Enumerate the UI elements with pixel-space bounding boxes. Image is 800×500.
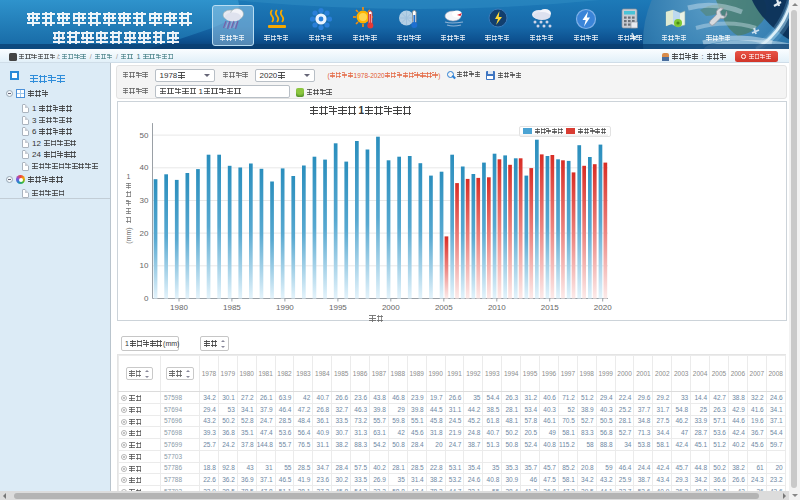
- svg-text:30: 30: [140, 196, 149, 205]
- svg-text:1985: 1985: [223, 302, 241, 311]
- svg-text:1990: 1990: [276, 302, 294, 311]
- svg-text:2005: 2005: [435, 302, 453, 311]
- svg-text:40: 40: [140, 163, 149, 172]
- svg-text:2020: 2020: [594, 302, 612, 311]
- svg-text:1980: 1980: [170, 302, 188, 311]
- svg-text:50: 50: [140, 130, 149, 139]
- svg-text:2010: 2010: [488, 302, 506, 311]
- svg-text:0: 0: [144, 294, 149, 303]
- svg-text:10: 10: [140, 261, 149, 270]
- svg-text:20: 20: [140, 228, 149, 237]
- svg-text:1995: 1995: [329, 302, 347, 311]
- svg-text:2015: 2015: [541, 302, 559, 311]
- svg-text:2000: 2000: [382, 302, 400, 311]
